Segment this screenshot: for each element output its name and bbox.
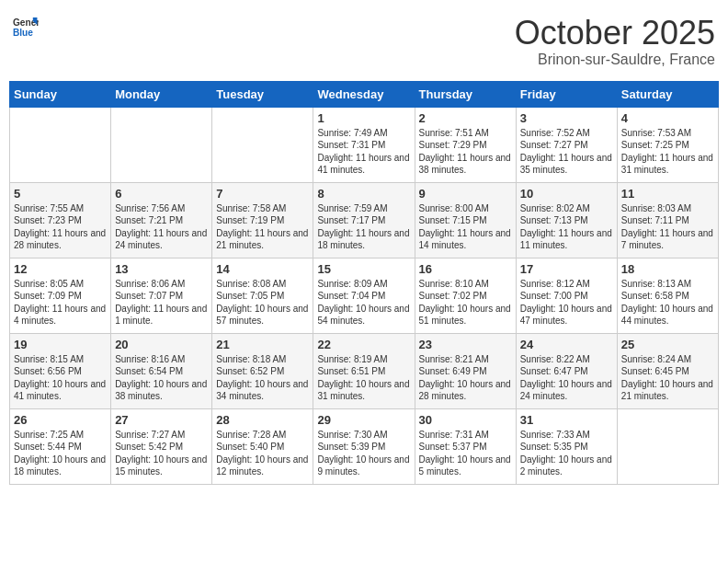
calendar-cell: 22Sunrise: 8:19 AM Sunset: 6:51 PM Dayli…	[313, 333, 415, 408]
day-number: 11	[621, 187, 714, 201]
cell-info: Sunrise: 8:13 AM Sunset: 6:58 PM Dayligh…	[621, 278, 714, 327]
calendar-week-row: 26Sunrise: 7:25 AM Sunset: 5:44 PM Dayli…	[10, 408, 719, 484]
weekday-header-wednesday: Wednesday	[313, 81, 415, 107]
calendar-cell	[10, 107, 111, 182]
calendar-cell: 4Sunrise: 7:53 AM Sunset: 7:25 PM Daylig…	[617, 107, 718, 182]
page-header: General Blue October 2025 Brinon-sur-Sau…	[9, 9, 719, 74]
calendar-cell: 8Sunrise: 7:59 AM Sunset: 7:17 PM Daylig…	[313, 182, 415, 258]
day-number: 25	[621, 338, 714, 351]
weekday-header-tuesday: Tuesday	[212, 81, 313, 107]
cell-info: Sunrise: 7:51 AM Sunset: 7:29 PM Dayligh…	[419, 127, 512, 177]
day-number: 26	[14, 413, 107, 427]
calendar-cell: 15Sunrise: 8:09 AM Sunset: 7:04 PM Dayli…	[313, 258, 415, 333]
cell-info: Sunrise: 8:22 AM Sunset: 6:47 PM Dayligh…	[520, 353, 613, 403]
calendar-week-row: 1Sunrise: 7:49 AM Sunset: 7:31 PM Daylig…	[10, 107, 719, 182]
cell-info: Sunrise: 8:24 AM Sunset: 6:45 PM Dayligh…	[621, 353, 714, 403]
svg-text:Blue: Blue	[13, 28, 33, 38]
day-number: 27	[115, 413, 208, 427]
calendar-cell: 24Sunrise: 8:22 AM Sunset: 6:47 PM Dayli…	[516, 333, 617, 408]
cell-info: Sunrise: 7:55 AM Sunset: 7:23 PM Dayligh…	[14, 202, 107, 252]
cell-info: Sunrise: 7:53 AM Sunset: 7:25 PM Dayligh…	[621, 127, 714, 177]
calendar-cell: 23Sunrise: 8:21 AM Sunset: 6:49 PM Dayli…	[415, 333, 516, 408]
weekday-header-thursday: Thursday	[415, 81, 516, 107]
calendar-cell: 28Sunrise: 7:28 AM Sunset: 5:40 PM Dayli…	[212, 408, 313, 484]
calendar-cell: 20Sunrise: 8:16 AM Sunset: 6:54 PM Dayli…	[111, 333, 212, 408]
calendar-cell: 17Sunrise: 8:12 AM Sunset: 7:00 PM Dayli…	[516, 258, 617, 333]
cell-info: Sunrise: 8:15 AM Sunset: 6:56 PM Dayligh…	[14, 353, 107, 403]
calendar-cell: 5Sunrise: 7:55 AM Sunset: 7:23 PM Daylig…	[10, 182, 111, 258]
calendar-cell: 21Sunrise: 8:18 AM Sunset: 6:52 PM Dayli…	[212, 333, 313, 408]
day-number: 16	[419, 262, 512, 276]
cell-info: Sunrise: 7:33 AM Sunset: 5:35 PM Dayligh…	[520, 429, 613, 478]
cell-info: Sunrise: 8:18 AM Sunset: 6:52 PM Dayligh…	[216, 353, 309, 403]
calendar-cell: 16Sunrise: 8:10 AM Sunset: 7:02 PM Dayli…	[415, 258, 516, 333]
cell-info: Sunrise: 8:03 AM Sunset: 7:11 PM Dayligh…	[621, 202, 714, 252]
day-number: 12	[14, 262, 107, 276]
cell-info: Sunrise: 7:27 AM Sunset: 5:42 PM Dayligh…	[115, 429, 208, 478]
cell-info: Sunrise: 7:30 AM Sunset: 5:39 PM Dayligh…	[317, 429, 410, 478]
weekday-header-sunday: Sunday	[10, 81, 111, 107]
calendar-cell	[617, 408, 718, 484]
cell-info: Sunrise: 8:16 AM Sunset: 6:54 PM Dayligh…	[115, 353, 208, 403]
calendar-cell: 14Sunrise: 8:08 AM Sunset: 7:05 PM Dayli…	[212, 258, 313, 333]
calendar-cell: 3Sunrise: 7:52 AM Sunset: 7:27 PM Daylig…	[516, 107, 617, 182]
calendar-cell: 9Sunrise: 8:00 AM Sunset: 7:15 PM Daylig…	[415, 182, 516, 258]
day-number: 4	[621, 111, 714, 125]
cell-info: Sunrise: 8:02 AM Sunset: 7:13 PM Dayligh…	[520, 202, 613, 252]
cell-info: Sunrise: 7:58 AM Sunset: 7:19 PM Dayligh…	[216, 202, 309, 252]
month-title: October 2025	[515, 15, 715, 52]
cell-info: Sunrise: 8:19 AM Sunset: 6:51 PM Dayligh…	[317, 353, 410, 403]
day-number: 22	[317, 338, 410, 351]
cell-info: Sunrise: 8:21 AM Sunset: 6:49 PM Dayligh…	[419, 353, 512, 403]
location-subtitle: Brinon-sur-Sauldre, France	[515, 52, 715, 68]
calendar-cell: 19Sunrise: 8:15 AM Sunset: 6:56 PM Dayli…	[10, 333, 111, 408]
calendar-week-row: 5Sunrise: 7:55 AM Sunset: 7:23 PM Daylig…	[10, 182, 719, 258]
calendar-cell: 11Sunrise: 8:03 AM Sunset: 7:11 PM Dayli…	[617, 182, 718, 258]
day-number: 17	[520, 262, 613, 276]
calendar-cell	[111, 107, 212, 182]
weekday-header-friday: Friday	[516, 81, 617, 107]
day-number: 13	[115, 262, 208, 276]
day-number: 20	[115, 338, 208, 351]
day-number: 30	[419, 413, 512, 427]
day-number: 15	[317, 262, 410, 276]
cell-info: Sunrise: 7:52 AM Sunset: 7:27 PM Dayligh…	[520, 127, 613, 177]
weekday-header-saturday: Saturday	[617, 81, 718, 107]
calendar-cell: 25Sunrise: 8:24 AM Sunset: 6:45 PM Dayli…	[617, 333, 718, 408]
cell-info: Sunrise: 7:25 AM Sunset: 5:44 PM Dayligh…	[14, 429, 107, 478]
calendar-cell: 6Sunrise: 7:56 AM Sunset: 7:21 PM Daylig…	[111, 182, 212, 258]
calendar-cell	[212, 107, 313, 182]
cell-info: Sunrise: 8:10 AM Sunset: 7:02 PM Dayligh…	[419, 278, 512, 327]
weekday-header-row: SundayMondayTuesdayWednesdayThursdayFrid…	[10, 81, 719, 107]
cell-info: Sunrise: 8:00 AM Sunset: 7:15 PM Dayligh…	[419, 202, 512, 252]
calendar-cell: 12Sunrise: 8:05 AM Sunset: 7:09 PM Dayli…	[10, 258, 111, 333]
cell-info: Sunrise: 8:06 AM Sunset: 7:07 PM Dayligh…	[115, 278, 208, 327]
calendar-week-row: 19Sunrise: 8:15 AM Sunset: 6:56 PM Dayli…	[10, 333, 719, 408]
day-number: 7	[216, 187, 309, 201]
day-number: 8	[317, 187, 410, 201]
day-number: 5	[14, 187, 107, 201]
cell-info: Sunrise: 7:28 AM Sunset: 5:40 PM Dayligh…	[216, 429, 309, 478]
day-number: 28	[216, 413, 309, 427]
calendar-cell: 7Sunrise: 7:58 AM Sunset: 7:19 PM Daylig…	[212, 182, 313, 258]
calendar-cell: 13Sunrise: 8:06 AM Sunset: 7:07 PM Dayli…	[111, 258, 212, 333]
cell-info: Sunrise: 8:08 AM Sunset: 7:05 PM Dayligh…	[216, 278, 309, 327]
day-number: 2	[419, 111, 512, 125]
cell-info: Sunrise: 7:56 AM Sunset: 7:21 PM Dayligh…	[115, 202, 208, 252]
day-number: 3	[520, 111, 613, 125]
day-number: 6	[115, 187, 208, 201]
cell-info: Sunrise: 7:31 AM Sunset: 5:37 PM Dayligh…	[419, 429, 512, 478]
day-number: 21	[216, 338, 309, 351]
day-number: 10	[520, 187, 613, 201]
calendar-cell: 2Sunrise: 7:51 AM Sunset: 7:29 PM Daylig…	[415, 107, 516, 182]
calendar-cell: 29Sunrise: 7:30 AM Sunset: 5:39 PM Dayli…	[313, 408, 415, 484]
cell-info: Sunrise: 7:59 AM Sunset: 7:17 PM Dayligh…	[317, 202, 410, 252]
calendar-cell: 31Sunrise: 7:33 AM Sunset: 5:35 PM Dayli…	[516, 408, 617, 484]
cell-info: Sunrise: 8:05 AM Sunset: 7:09 PM Dayligh…	[14, 278, 107, 327]
day-number: 19	[14, 338, 107, 351]
day-number: 18	[621, 262, 714, 276]
day-number: 24	[520, 338, 613, 351]
calendar-cell: 1Sunrise: 7:49 AM Sunset: 7:31 PM Daylig…	[313, 107, 415, 182]
logo-icon: General Blue	[13, 15, 39, 40]
calendar-cell: 10Sunrise: 8:02 AM Sunset: 7:13 PM Dayli…	[516, 182, 617, 258]
